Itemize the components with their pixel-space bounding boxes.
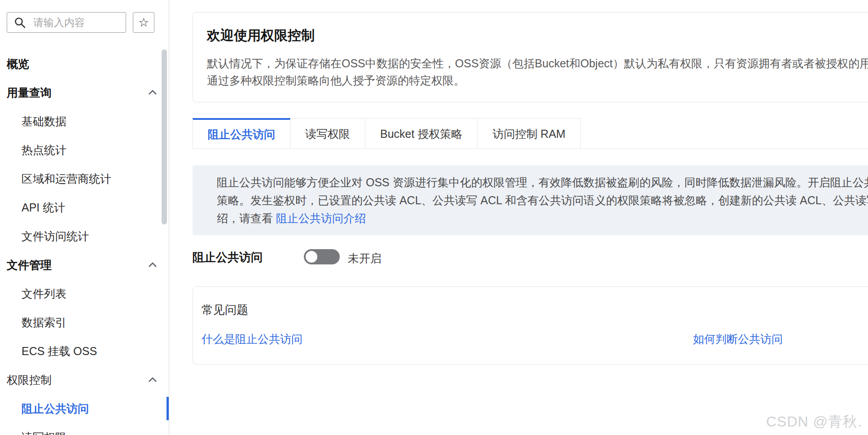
sidebar-section-file-management[interactable]: 文件管理: [0, 250, 169, 279]
faq-card: 常见问题 什么是阻止公共访问 如何判断公共访问: [193, 286, 868, 365]
sidebar-item-basic-data[interactable]: 基础数据: [0, 107, 169, 136]
welcome-description: 默认情况下，为保证存储在OSS中数据的安全性，OSS资源（包括Bucket和Ob…: [207, 55, 868, 89]
sidebar-item-read-write-permission[interactable]: 读写权限: [0, 423, 169, 435]
main-content: 欢迎使用权限控制 默认情况下，为保证存储在OSS中数据的安全性，OSS资源（包括…: [169, 0, 868, 435]
sidebar-item-label: 文件列表: [22, 286, 66, 301]
csdn-watermark: CSDN @青秋.: [766, 412, 862, 432]
tab-label: Bucket 授权策略: [380, 127, 462, 141]
sidebar-item-overview[interactable]: 概览: [0, 49, 169, 78]
sidebar-item-label: 阻止公共访问: [22, 401, 89, 416]
info-banner-line3: 绍，请查看 阻止公共访问介绍: [217, 209, 868, 227]
block-public-access-intro-link[interactable]: 阻止公共访问介绍: [276, 212, 366, 224]
sidebar-item-file-list[interactable]: 文件列表: [0, 279, 169, 308]
sidebar-section-label: 权限控制: [7, 373, 52, 387]
sidebar-item-ecs-mount-oss[interactable]: ECS 挂载 OSS: [0, 337, 169, 365]
block-public-access-toggle[interactable]: [304, 249, 340, 264]
tab-bucket-policy[interactable]: Bucket 授权策略: [365, 118, 478, 149]
block-public-access-setting-label: 阻止公共访问: [193, 250, 263, 265]
search-icon: [14, 17, 26, 29]
welcome-description-line2: 通过多种权限控制策略向他人授予资源的特定权限。: [207, 72, 868, 89]
welcome-card: 欢迎使用权限控制 默认情况下，为保证存储在OSS中数据的安全性，OSS资源（包括…: [193, 12, 868, 102]
faq-title: 常见问题: [202, 302, 248, 318]
sidebar-item-label: 读写权限: [22, 430, 66, 435]
sidebar-nav: 概览 用量查询 基础数据 热点统计 区域和运营商统计 API 统计 文件访问统计…: [0, 49, 169, 435]
sidebar-item-block-public-access[interactable]: 阻止公共访问: [0, 394, 169, 423]
tab-bar: 阻止公共访问 读写权限 Bucket 授权策略 访问控制 RAM: [193, 118, 581, 149]
sidebar-item-label: 基础数据: [22, 114, 66, 129]
tab-ram-access-control[interactable]: 访问控制 RAM: [477, 118, 581, 149]
sidebar-item-data-index[interactable]: 数据索引: [0, 308, 169, 337]
tab-label: 读写权限: [305, 127, 350, 141]
sidebar-search-row: ☆: [7, 12, 154, 33]
faq-link-how-to-judge-public-access[interactable]: 如何判断公共访问: [693, 332, 783, 347]
tab-label: 访问控制 RAM: [492, 127, 566, 141]
sidebar-item-label: 文件访问统计: [22, 229, 89, 244]
welcome-description-line1: 默认情况下，为保证存储在OSS中数据的安全性，OSS资源（包括Bucket和Ob…: [207, 55, 868, 72]
chevron-up-icon[interactable]: [148, 262, 157, 268]
toggle-knob: [306, 251, 317, 263]
sidebar-item-label: 数据索引: [22, 315, 66, 330]
info-banner: 阻止公共访问能够方便企业对 OSS 资源进行集中化的权限管理，有效降低数据被盗刷…: [193, 165, 868, 235]
sidebar-item-label: API 统计: [22, 200, 65, 215]
sidebar-item-hotspot-stats[interactable]: 热点统计: [0, 136, 169, 164]
sidebar-item-label: 概览: [7, 57, 29, 71]
chevron-up-icon[interactable]: [148, 377, 157, 382]
info-banner-line1: 阻止公共访问能够方便企业对 OSS 资源进行集中化的权限管理，有效降低数据被盗刷…: [217, 173, 868, 191]
toggle-state-text: 未开启: [348, 251, 381, 266]
info-banner-line3-text: 绍，请查看: [217, 212, 276, 224]
sidebar-scrollbar-thumb[interactable]: [162, 49, 167, 224]
sidebar-item-api-stats[interactable]: API 统计: [0, 193, 169, 222]
sidebar-section-permission-control[interactable]: 权限控制: [0, 365, 169, 394]
favorite-button[interactable]: ☆: [133, 12, 154, 33]
sidebar-section-label: 用量查询: [7, 85, 52, 100]
sidebar-item-label: 区域和运营商统计: [22, 171, 111, 186]
tab-label: 阻止公共访问: [208, 127, 275, 142]
sidebar-item-file-access-stats[interactable]: 文件访问统计: [0, 222, 169, 250]
sidebar-section-usage-query[interactable]: 用量查询: [0, 78, 169, 107]
welcome-title: 欢迎使用权限控制: [207, 27, 868, 44]
sidebar: ☆ 概览 用量查询 基础数据 热点统计 区域和运营商统计 API 统计 文件访问…: [0, 0, 169, 435]
star-icon: ☆: [138, 15, 149, 30]
search-box[interactable]: [7, 12, 126, 33]
faq-link-what-is-block-public-access[interactable]: 什么是阻止公共访问: [202, 332, 302, 347]
tab-read-write-permission[interactable]: 读写权限: [290, 118, 365, 149]
info-banner-line2: 策略。发生鉴权时，已设置的公共读 ACL、公共读写 ACL 和含有公共访问语义的…: [217, 191, 868, 209]
chevron-up-icon[interactable]: [148, 90, 157, 95]
sidebar-item-label: 热点统计: [22, 143, 66, 158]
tab-bar-underline: [193, 149, 868, 149]
sidebar-item-label: ECS 挂载 OSS: [22, 344, 97, 359]
tab-block-public-access[interactable]: 阻止公共访问: [193, 118, 290, 149]
sidebar-item-region-carrier-stats[interactable]: 区域和运营商统计: [0, 164, 169, 193]
sidebar-section-label: 文件管理: [7, 258, 52, 272]
